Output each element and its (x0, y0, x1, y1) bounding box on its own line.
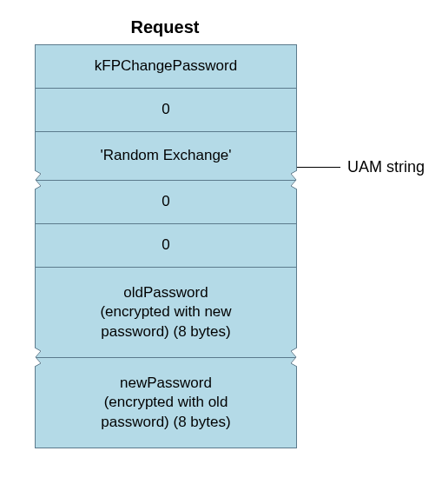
field-command: kFPChangePassword (36, 44, 296, 88)
packet-diagram: Request kFPChangePassword 0 'Random Exch… (17, 17, 434, 448)
field-label: 0 (162, 100, 169, 119)
field-pad1: 0 (36, 88, 296, 131)
callout-uam: UAM string (297, 158, 425, 176)
field-old-password: oldPassword (encrypted with new password… (36, 267, 296, 357)
field-label: kFPChangePassword (95, 56, 237, 76)
callout-label: UAM string (347, 158, 425, 176)
field-label: newPassword (encrypted with old password… (101, 374, 230, 431)
field-uam-string: 'Random Exchange' (36, 131, 296, 180)
field-label: 0 (162, 192, 169, 211)
field-label: 'Random Exchange' (100, 146, 231, 165)
field-label: oldPassword (encrypted with new password… (100, 283, 231, 341)
field-label: 0 (162, 235, 169, 255)
field-new-password: newPassword (encrypted with old password… (36, 357, 296, 448)
callout-line (297, 167, 340, 168)
field-pad2: 0 (36, 180, 296, 223)
request-block: kFPChangePassword 0 'Random Exchange' 0 … (35, 44, 297, 448)
field-pad3: 0 (36, 223, 296, 267)
diagram-title: Request (35, 17, 295, 37)
